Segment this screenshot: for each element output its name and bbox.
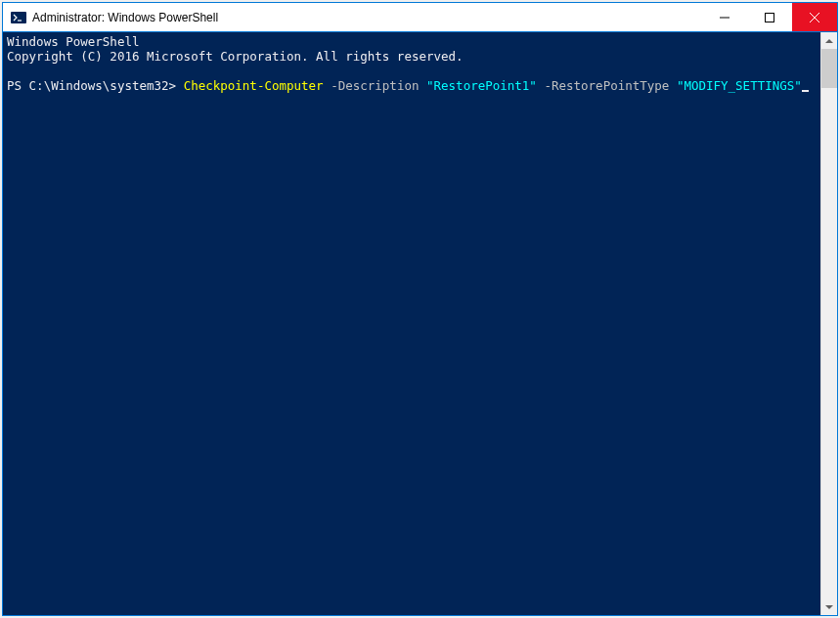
window-controls <box>702 3 837 31</box>
prompt: PS C:\Windows\system32> <box>7 78 184 93</box>
copyright-line: Copyright (C) 2016 Microsoft Corporation… <box>7 49 817 64</box>
maximize-button[interactable] <box>747 3 792 31</box>
content-area: Windows PowerShellCopyright (C) 2016 Mic… <box>3 32 837 615</box>
svg-rect-0 <box>11 12 26 23</box>
window-title: Administrator: Windows PowerShell <box>32 11 702 24</box>
svg-rect-3 <box>766 13 774 22</box>
scrollbar-track[interactable] <box>821 49 837 598</box>
svg-marker-7 <box>825 605 833 609</box>
banner-line: Windows PowerShell <box>7 34 817 49</box>
value-description: "RestorePoint1" <box>426 78 537 93</box>
scrollbar-up-button[interactable] <box>821 32 837 49</box>
close-button[interactable] <box>792 3 837 31</box>
powershell-window: Administrator: Windows PowerShell Window… <box>2 2 838 616</box>
powershell-icon <box>11 10 26 25</box>
titlebar[interactable]: Administrator: Windows PowerShell <box>3 3 837 32</box>
minimize-button[interactable] <box>702 3 747 31</box>
cursor <box>802 90 809 92</box>
command-line: PS C:\Windows\system32> Checkpoint-Compu… <box>7 78 817 93</box>
param-restorepointtype: -RestorePointType <box>544 78 669 93</box>
scrollbar-down-button[interactable] <box>821 598 837 615</box>
scrollbar-thumb[interactable] <box>821 49 837 88</box>
value-restorepointtype: "MODIFY_SETTINGS" <box>677 78 802 93</box>
blank-line <box>7 64 817 78</box>
cmdlet: Checkpoint-Computer <box>184 78 324 93</box>
terminal-output[interactable]: Windows PowerShellCopyright (C) 2016 Mic… <box>3 32 820 615</box>
vertical-scrollbar[interactable] <box>820 32 837 615</box>
svg-marker-6 <box>825 39 833 43</box>
param-description: -Description <box>331 78 419 93</box>
